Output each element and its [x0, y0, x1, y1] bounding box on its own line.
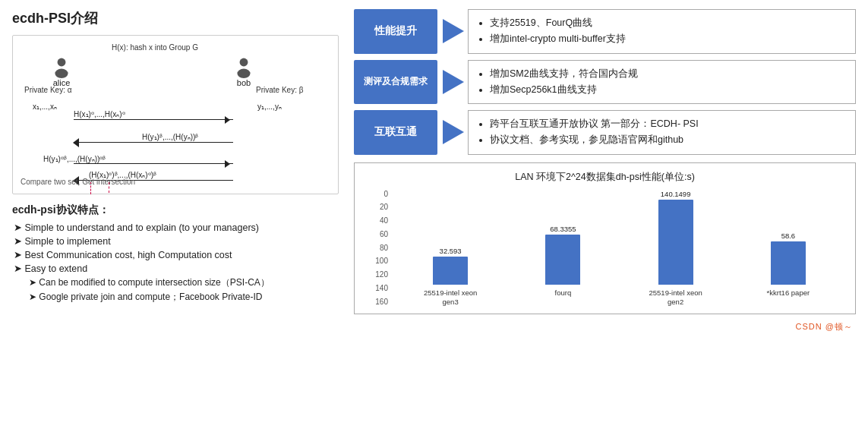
x-label-3: 25519-intel xeongen2 [620, 288, 732, 307]
hash-text: H(x): hash x into Group G [112, 43, 198, 52]
features-section: ecdh-psi协议特点： ➤ Simple to understand and… [12, 203, 339, 304]
arrow-right-1 [443, 19, 464, 43]
card-label-1: 性能提升 [354, 9, 437, 54]
bar-4 [771, 241, 806, 284]
svg-point-1 [55, 69, 68, 78]
bar-value-4: 58.6 [781, 232, 796, 240]
card-content-1: 支持25519、FourQ曲线 增加intel-crypto multi-buf… [468, 9, 856, 54]
arrow-right-3 [443, 120, 464, 144]
arrow-line-2 [74, 142, 233, 143]
arrow-line-1 [74, 119, 233, 120]
feature-item-3: ➤ Best Communication cost, high Computat… [12, 249, 339, 260]
feature-item-4: ➤ Easy to extend [12, 263, 339, 274]
bar-group-3: 140.1499 [620, 190, 732, 285]
svg-point-2 [240, 58, 248, 67]
x-labels: 25519-intel xeongen3 fourq 25519-intel x… [394, 288, 844, 307]
sub-feature-2: ➤ Google private join and compute；Facebo… [12, 291, 339, 304]
arrow3-text: H(y₁)ᵅᵝ,...,(H(yₙ))ᵅᵝ [43, 155, 106, 163]
y-axis: 160 140 120 100 80 60 40 20 0 [365, 190, 391, 307]
y-set: y₁,...,yₙ [257, 102, 282, 111]
diagram-inner: H(x): hash x into Group G alice Private … [21, 43, 330, 188]
bar-3 [658, 200, 693, 285]
feature-cards: 性能提升 支持25519、FourQ曲线 增加intel-crypto mult… [354, 9, 856, 155]
card-arrow-1 [437, 9, 468, 54]
card-arrow-3 [437, 110, 468, 155]
bar-group-4: 58.6 [732, 190, 844, 285]
page-title: ecdh-PSI介绍 [12, 9, 339, 27]
watermark: CSDN @顿～ [796, 322, 853, 331]
card-row-2: 测评及合规需求 增加SM2曲线支持，符合国内合规 增加Secp256k1曲线支持 [354, 60, 856, 105]
card-3-bullet-2: 协议文档、参考实现，参见隐语官网和github [490, 132, 846, 148]
x-label-2: fourq [507, 288, 619, 307]
alice-person: alice [51, 57, 72, 87]
bar-group-1: 32.593 [394, 190, 507, 285]
arrow1-text: H(x₁)ᵅ,...,H(xₙ)ᵅ [74, 110, 125, 118]
chart-area: 160 140 120 100 80 60 40 20 0 32.593 [365, 190, 844, 307]
sub-feature-1: ➤ Can be modified to compute intersectio… [12, 276, 339, 289]
bar-group-2: 68.3355 [507, 190, 619, 285]
card-row-3: 互联互通 跨平台互联互通开放协议 第一部分：ECDH- PSI 协议文档、参考实… [354, 110, 856, 155]
diagram-area: H(x): hash x into Group G alice Private … [12, 35, 339, 194]
left-panel: ecdh-PSI介绍 H(x): hash x into Group G ali… [12, 9, 339, 427]
features-title: ecdh-psi协议特点： [12, 203, 339, 217]
card-content-2: 增加SM2曲线支持，符合国内合规 增加Secp256k1曲线支持 [468, 60, 856, 105]
chart-container: LAN 环境下2^24数据集dh-psi性能(单位:s) 160 140 120… [354, 162, 856, 314]
card-row-1: 性能提升 支持25519、FourQ曲线 增加intel-crypto mult… [354, 9, 856, 54]
x-label-1: 25519-intel xeongen3 [394, 288, 507, 307]
arrow-right-2 [443, 70, 464, 94]
bar-1 [433, 257, 468, 285]
feature-item-1: ➤ Simple to understand and to explain (t… [12, 222, 339, 233]
y-label-120: 120 [375, 270, 388, 279]
y-label-40: 40 [380, 216, 388, 225]
card-arrow-2 [437, 60, 468, 105]
card-3-bullet-1: 跨平台互联互通开放协议 第一部分：ECDH- PSI [490, 116, 846, 132]
card-2-bullet-1: 增加SM2曲线支持，符合国内合规 [490, 66, 846, 82]
bars-container: 32.593 68.3355 140.1499 58 [394, 190, 844, 285]
chart-title: LAN 环境下2^24数据集dh-psi性能(单位:s) [365, 171, 844, 184]
alice-icon [51, 57, 72, 78]
y-label-20: 20 [380, 203, 388, 211]
bar-value-1: 32.593 [440, 247, 462, 255]
bob-person: bob [233, 57, 254, 87]
bar-value-2: 68.3355 [550, 225, 576, 233]
y-label-100: 100 [375, 257, 388, 265]
x-label-4: *kkrt16 paper [732, 288, 844, 307]
card-label-2: 测评及合规需求 [354, 60, 437, 105]
bob-key: Private Key: β [256, 86, 303, 94]
y-label-0: 0 [383, 190, 388, 198]
x-set: x₁,...,xₙ [33, 102, 57, 111]
y-label-80: 80 [380, 244, 388, 252]
card-label-3: 互联互通 [354, 110, 437, 155]
watermark-row: CSDN @顿～ [354, 320, 856, 333]
y-label-140: 140 [375, 284, 388, 292]
card-1-bullet-1: 支持25519、FourQ曲线 [490, 15, 846, 31]
compare-text: Compare two set, Get intersection [21, 178, 135, 186]
bob-label: bob [237, 78, 251, 87]
svg-point-3 [237, 69, 250, 78]
bar-2 [545, 235, 580, 285]
card-2-bullet-2: 增加Secp256k1曲线支持 [490, 82, 846, 98]
y-label-160: 160 [375, 298, 388, 306]
feature-item-2: ➤ Simple to implement [12, 235, 339, 247]
bar-value-3: 140.1499 [661, 190, 691, 198]
card-1-bullet-2: 增加intel-crypto multi-buffer支持 [490, 31, 846, 47]
card-content-3: 跨平台互联互通开放协议 第一部分：ECDH- PSI 协议文档、参考实现，参见隐… [468, 110, 856, 155]
right-panel: 性能提升 支持25519、FourQ曲线 增加intel-crypto mult… [354, 9, 856, 427]
bob-icon [233, 57, 254, 78]
svg-point-0 [58, 58, 66, 67]
y-label-60: 60 [380, 230, 388, 238]
alice-key: Private Key: α [24, 86, 71, 94]
arrow2-text: H(y₁)ᵝ,...,(H(yₙ))ᵝ [142, 133, 198, 141]
arrow-line-3 [74, 163, 233, 164]
